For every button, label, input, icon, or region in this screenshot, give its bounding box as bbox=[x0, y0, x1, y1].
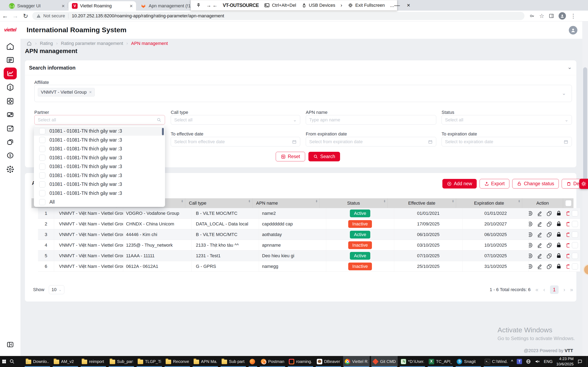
page-url[interactable]: 10.207.252.135:8200/roaming-app/rating/r… bbox=[72, 13, 224, 18]
tab-close-icon[interactable]: × bbox=[62, 3, 65, 8]
address-bar[interactable]: Not secure 10.207.252.135:8200/roaming-a… bbox=[32, 12, 525, 20]
table-row[interactable]: 3 VNMVT - Việt Nam - Viettel Group 44446… bbox=[38, 229, 580, 240]
col-call-type[interactable]: Call type▲▼ bbox=[185, 198, 252, 208]
reload-button[interactable]: ↻ bbox=[20, 12, 31, 20]
show-desktop-sliver[interactable] bbox=[587, 356, 588, 367]
view-icon[interactable] bbox=[528, 253, 533, 259]
page-size-select[interactable]: 10 ⌄ bbox=[49, 285, 64, 294]
forward-button[interactable]: → bbox=[10, 12, 20, 19]
option-checkbox[interactable] bbox=[39, 164, 45, 170]
copy-icon[interactable] bbox=[546, 263, 552, 269]
sort-icon[interactable]: ▲▼ bbox=[518, 200, 520, 203]
delete-row-icon[interactable] bbox=[565, 232, 570, 238]
option-checkbox[interactable] bbox=[39, 199, 45, 205]
dropdown-option[interactable]: 01081 - 01081-TN thích gây war :3 bbox=[34, 162, 165, 171]
add-new-button[interactable]: Add new bbox=[442, 179, 477, 189]
tray-expand-icon[interactable]: ^ bbox=[511, 359, 513, 364]
start-button[interactable] bbox=[0, 356, 8, 367]
tab-viettel-roaming[interactable]: V Viettel Roaming × bbox=[69, 1, 136, 11]
browser-menu-kebab-icon[interactable]: ⋮ bbox=[571, 13, 576, 19]
taskbar-item[interactable]: Sub part... bbox=[220, 356, 247, 367]
option-checkbox[interactable] bbox=[39, 181, 45, 187]
volume-muted-icon[interactable] bbox=[535, 359, 540, 364]
lock-icon[interactable] bbox=[556, 253, 562, 259]
sort-icon[interactable]: ▲▼ bbox=[452, 200, 454, 203]
view-icon[interactable] bbox=[528, 232, 533, 238]
input-language[interactable]: ENG bbox=[544, 359, 553, 364]
lock-icon[interactable] bbox=[556, 232, 562, 238]
delete-row-icon[interactable] bbox=[565, 253, 570, 259]
taskbar-item[interactable]: AM_v2 bbox=[52, 356, 79, 367]
taskbar-item[interactable]: TLGP_Ti... bbox=[136, 356, 163, 367]
row-checkbox[interactable] bbox=[572, 263, 578, 269]
reset-button[interactable]: Reset bbox=[276, 152, 305, 161]
edit-icon[interactable] bbox=[536, 221, 543, 227]
scrollbar-thumb[interactable] bbox=[583, 67, 587, 182]
tab-close-icon[interactable]: × bbox=[130, 3, 133, 8]
taskbar-item[interactable]: Viettel R... bbox=[343, 356, 370, 367]
row-checkbox[interactable] bbox=[572, 242, 578, 248]
copy-icon[interactable] bbox=[546, 210, 552, 217]
lock-icon[interactable] bbox=[556, 221, 562, 227]
dropdown-option[interactable]: 01081 - 01081-TN thích gây war :3 bbox=[34, 127, 165, 136]
dropdown-option[interactable]: 01081 - 01081-TN thích gây war :3 bbox=[34, 189, 165, 198]
option-checkbox[interactable] bbox=[39, 155, 45, 161]
dropdown-option[interactable]: 01081 - 01081-TN thích gây war :3 bbox=[34, 180, 165, 189]
view-icon[interactable] bbox=[528, 263, 533, 269]
copy-icon[interactable] bbox=[546, 221, 552, 227]
edit-icon[interactable] bbox=[536, 210, 543, 217]
taskbar-item[interactable]: C:\Wind... bbox=[483, 356, 510, 367]
export-button[interactable]: Export bbox=[480, 179, 509, 189]
taskbar-item[interactable] bbox=[248, 356, 258, 367]
taskbar-item[interactable]: APN Ma... bbox=[192, 356, 218, 367]
user-avatar[interactable] bbox=[569, 26, 577, 34]
sidebar-item-network[interactable] bbox=[0, 163, 20, 175]
taskbar-item[interactable]: Reconve... bbox=[164, 356, 190, 367]
view-icon[interactable] bbox=[528, 221, 533, 227]
col-status[interactable]: Status▲▼ bbox=[320, 198, 388, 208]
taskbar-item[interactable]: Sub_part... bbox=[108, 356, 135, 367]
col-expiration-date[interactable]: Expiration date▲▼ bbox=[456, 198, 522, 208]
prev-page-button[interactable]: ‹ bbox=[543, 287, 545, 293]
network-globe-icon[interactable] bbox=[526, 359, 531, 364]
toolbar-overflow-icon[interactable]: ... bbox=[390, 2, 394, 8]
taskbar-item[interactable]: reimport bbox=[80, 356, 107, 367]
bookmark-star-icon[interactable]: ☆ bbox=[539, 13, 544, 19]
sort-icon[interactable]: ▲▼ bbox=[315, 200, 318, 203]
edit-icon[interactable] bbox=[536, 232, 543, 238]
col-effective-date[interactable]: Effective date▲▼ bbox=[388, 198, 456, 208]
view-icon[interactable] bbox=[528, 210, 533, 217]
table-settings-button[interactable] bbox=[579, 179, 588, 189]
sidebar-item-transactions[interactable] bbox=[0, 109, 20, 121]
pin-icon[interactable] bbox=[196, 3, 201, 8]
sidebar-item-home[interactable] bbox=[0, 41, 20, 52]
ctrl-alt-del-button[interactable]: Ctrl+Alt+Del bbox=[264, 2, 296, 8]
dropdown-option[interactable]: 01081 - 01081-TN thích gây war :3 bbox=[34, 136, 165, 145]
row-checkbox[interactable] bbox=[572, 221, 578, 227]
chevron-more-icon[interactable]: › bbox=[341, 2, 342, 8]
row-checkbox[interactable] bbox=[572, 232, 578, 238]
select-all-checkbox[interactable] bbox=[565, 200, 571, 206]
action-center-icon[interactable] bbox=[577, 359, 582, 364]
change-status-button[interactable]: Change status bbox=[512, 179, 559, 189]
status-select[interactable]: Select all ⌄ bbox=[441, 115, 572, 125]
table-row[interactable]: 4 VNMVT - Việt Nam - Viettel Group 1235@… bbox=[38, 240, 580, 250]
dropdown-option[interactable]: 01081 - 01081-TN thích gây war :3 bbox=[34, 144, 165, 153]
toolbar-close-button[interactable]: × bbox=[407, 2, 410, 8]
sort-icon[interactable]: ▲▼ bbox=[383, 200, 386, 203]
taskbar-item[interactable]: Snagit bbox=[455, 356, 482, 367]
row-checkbox[interactable] bbox=[572, 253, 578, 259]
sidebar-item-files[interactable] bbox=[0, 136, 20, 148]
next-page-button[interactable]: › bbox=[563, 287, 565, 293]
apn-name-input[interactable] bbox=[306, 115, 436, 125]
delete-row-icon[interactable] bbox=[565, 210, 570, 217]
browser-profile-avatar[interactable] bbox=[559, 12, 566, 20]
table-row[interactable]: 6 VNMVT - Việt Nam - Viettel Group 0612A… bbox=[38, 261, 580, 272]
taskbar-item[interactable]: Downlo... bbox=[24, 356, 51, 367]
sort-icon[interactable]: ▲▼ bbox=[181, 200, 183, 203]
collapse-toolbar-icon[interactable]: → ← bbox=[206, 2, 217, 8]
last-page-button[interactable]: » bbox=[570, 287, 573, 293]
option-checkbox[interactable] bbox=[39, 172, 45, 178]
row-checkbox[interactable] bbox=[572, 210, 578, 217]
edit-icon[interactable] bbox=[536, 263, 543, 269]
